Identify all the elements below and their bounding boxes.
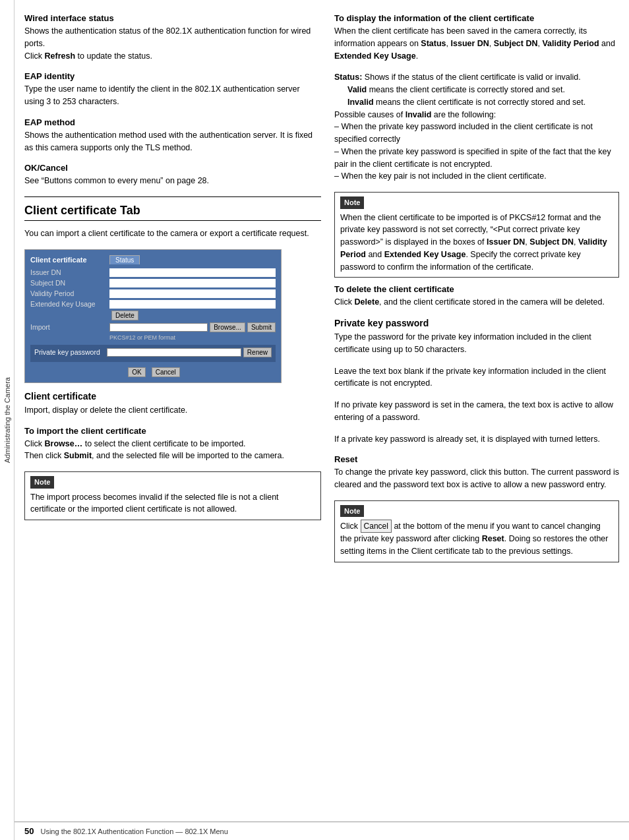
possible-suffix: are the following: [431, 110, 496, 119]
wired-click: Click [24, 51, 45, 61]
dc-bold: Delete [355, 297, 380, 307]
status-section: Status: Shows if the status of the clien… [334, 71, 619, 183]
n2-bold2: Subject DN [529, 237, 574, 247]
left-column: Wired interface status Shows the authent… [24, 13, 321, 822]
invalid-bold: Invalid [347, 98, 374, 107]
import-browse: Browse… [45, 439, 83, 448]
camera-ui-renew-button[interactable]: Renew [243, 347, 272, 357]
wired-interface-title: Wired interface status [24, 13, 321, 23]
camera-ui-mockup: Client certificate Status Issuer DN Subj… [24, 249, 282, 383]
import-submit: Submit [64, 451, 92, 460]
di-bold3: Subject DN [494, 39, 538, 48]
page-footer: 50 Using the 802.1X Authentication Funct… [15, 822, 629, 840]
camera-ui-ext-key-field [109, 300, 276, 309]
import-title: To import the client certificate [24, 426, 321, 436]
camera-ui-ext-key-label: Extended Key Usage [30, 300, 109, 308]
display-info-body: When the client certificate has been sav… [334, 25, 619, 62]
eap-method-section: EAP method Shows the authentication meth… [24, 117, 321, 154]
note-box-2: Note When the client certificate to be i… [334, 192, 619, 278]
camera-ui-validity-label: Validity Period [30, 289, 109, 297]
reset-body: To change the private key password, clic… [334, 466, 619, 491]
sidebar-tab: Administrating the Camera [0, 0, 15, 840]
wired-interface-section: Wired interface status Shows the authent… [24, 13, 321, 62]
status-body: Shows if the status of the client certif… [362, 73, 580, 82]
camera-ui-subject-field [109, 279, 276, 287]
eap-identity-title: EAP identity [24, 71, 321, 81]
cause1: – When the private key password included… [334, 121, 619, 146]
import-click: Click [24, 439, 45, 448]
valid-line: Valid means the client certificate is co… [347, 84, 619, 96]
camera-ui-format-text: PKCS#12 or PEM format [109, 334, 175, 341]
camera-ui-ok-button[interactable]: OK [128, 367, 145, 377]
client-cert-subtitle: Client certificate [24, 391, 321, 402]
note-body-3: Click Cancel at the bottom of the menu i… [340, 520, 613, 558]
di-sep2: , [489, 39, 494, 48]
private-key-section: Private key password Type the password f… [334, 318, 619, 445]
import-body: Click Browse… to select the client certi… [24, 438, 321, 463]
note-body-1: The import process becomes invalid if th… [30, 491, 315, 516]
note-label-2: Note [340, 196, 364, 209]
valid-bold: Valid [347, 85, 367, 94]
camera-ui-browse-button[interactable]: Browse... [210, 322, 245, 332]
pk-body2: Leave the text box blank if the private … [334, 365, 619, 390]
camera-ui-tab[interactable]: Status [109, 255, 140, 264]
invalid-body: means the client certificate is not corr… [374, 98, 586, 107]
n2-sep2: , [574, 237, 578, 247]
client-cert-tab-title: Client certificate Tab [24, 204, 321, 221]
camera-ui-import-input[interactable] [109, 323, 208, 332]
di-bold4: Validity Period [542, 39, 599, 48]
camera-ui-submit-button[interactable]: Submit [247, 322, 276, 332]
n3-cancel-btn[interactable]: Cancel [361, 520, 392, 533]
camera-ui-delete-button[interactable]: Delete [111, 311, 138, 320]
import-then: Then click [24, 451, 64, 460]
camera-ui-issuer-row: Issuer DN [30, 268, 276, 277]
di-sep4: and [599, 39, 615, 48]
columns: Wired interface status Shows the authent… [15, 0, 629, 822]
ok-cancel-title: OK/Cancel [24, 163, 321, 173]
delete-cert-title: To delete the client certificate [334, 284, 619, 294]
cause2: – When the private key password is speci… [334, 146, 619, 171]
page-container: Administrating the Camera Wired interfac… [0, 0, 629, 840]
note-box-3: Note Click Cancel at the bottom of the m… [334, 500, 619, 562]
delete-cert-body: Click Delete, and the client certificate… [334, 296, 619, 309]
reset-title: Reset [334, 454, 619, 464]
invalid-line: Invalid means the client certificate is … [347, 96, 619, 109]
n3-bold: Reset [482, 534, 504, 543]
pk-body1: Type the password for the private key in… [334, 331, 619, 356]
camera-ui-import-row: Import Browse... Submit [30, 322, 276, 332]
camera-ui-validity-row: Validity Period [30, 289, 276, 298]
footer-text: Using the 802.1X Authentication Function… [40, 827, 227, 835]
possible-line: Possible causes of Invalid are the follo… [334, 109, 619, 121]
ok-cancel-body: See “Buttons common to every menu” on pa… [24, 175, 321, 187]
reset-section: Reset To change the private key password… [334, 454, 619, 491]
pk-body4: If a private key password is already set… [334, 433, 619, 446]
status-line: Status: Shows if the status of the clien… [334, 71, 619, 84]
eap-method-body: Shows the authentication method used wit… [24, 129, 321, 154]
di-bold1: Status [421, 39, 446, 48]
di-suffix: . [416, 51, 418, 61]
di-bold5: Extended Key Usage [334, 51, 416, 61]
sidebar-label: Administrating the Camera [3, 377, 11, 463]
display-info-title: To display the information of the client… [334, 13, 619, 23]
page-number: 50 [24, 826, 34, 836]
camera-ui-issuer-label: Issuer DN [30, 268, 109, 276]
camera-ui-private-row: Private key password Renew [34, 347, 272, 357]
camera-ui-format-row: PKCS#12 or PEM format [30, 334, 276, 341]
main-content: Wired interface status Shows the authent… [15, 0, 629, 840]
eap-identity-body: Type the user name to identify the clien… [24, 83, 321, 108]
cause3: – When the key pair is not included in t… [334, 170, 619, 183]
camera-ui-cancel-button[interactable]: Cancel [152, 367, 180, 377]
wired-body-text: Shows the authentication status of the 8… [24, 26, 311, 48]
import-suffix1: to select the client certificate to be i… [82, 439, 245, 448]
note-box-1: Note The import process becomes invalid … [24, 471, 321, 520]
camera-ui-ext-key-row: Extended Key Usage [30, 300, 276, 309]
camera-ui-private-label: Private key password [34, 348, 107, 356]
right-column: To display the information of the client… [334, 13, 619, 822]
client-cert-subsection: Client certificate Import, display or de… [24, 391, 321, 462]
eap-method-title: EAP method [24, 117, 321, 127]
delete-cert-section: To delete the client certificate Click D… [334, 284, 619, 309]
camera-ui-private-input[interactable] [107, 348, 241, 357]
camera-ui-validity-field [109, 289, 276, 298]
wired-interface-body: Shows the authentication status of the 8… [24, 25, 321, 62]
note-label-1: Note [30, 476, 54, 489]
